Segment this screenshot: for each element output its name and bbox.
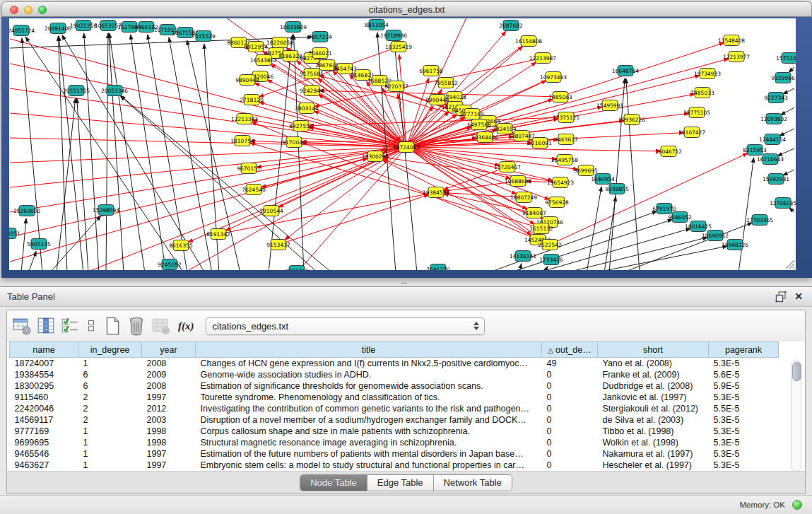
table-row[interactable]: 1938455462009Genome-wide association stu… <box>10 369 779 380</box>
graph-node[interactable]: 17375125 <box>553 112 579 123</box>
graph-node[interactable]: 15495991 <box>596 100 623 111</box>
graph-node[interactable]: 19654923 <box>547 177 574 188</box>
scrollbar-thumb[interactable] <box>792 362 801 381</box>
graph-node[interactable]: 7485033 <box>690 88 714 98</box>
row-options-icon[interactable] <box>83 316 99 336</box>
graph-node[interactable]: 3153051 <box>9 228 20 239</box>
graph-node[interactable]: 8186328 <box>278 51 302 62</box>
function-builder-icon[interactable]: f(x) <box>178 320 194 332</box>
graph-node[interactable]: 9170046 <box>282 137 306 148</box>
graph-node[interactable]: 8427552 <box>289 121 313 132</box>
tab-network-table[interactable]: Network Table <box>434 475 512 491</box>
graph-node[interactable]: 5905135 <box>27 239 51 250</box>
table-row[interactable]: 1456911722003Disruption of a novel membe… <box>10 414 779 426</box>
graph-node[interactable]: 10936226 <box>618 115 645 125</box>
graph-node[interactable]: 8813054 <box>365 20 389 30</box>
graph-node[interactable]: 26495758 <box>551 155 578 165</box>
graph-node[interactable]: 7857224 <box>308 32 332 42</box>
graph-node[interactable]: 8616355 <box>169 240 193 251</box>
column-header[interactable]: short <box>598 342 709 358</box>
graph-node[interactable]: 2687682 <box>499 21 523 31</box>
graph-node[interactable]: 6497568 <box>467 119 491 130</box>
table-row[interactable]: 1872400712008Changes of HCN gene express… <box>10 358 779 370</box>
graph-node[interactable]: 25260650 <box>13 206 40 216</box>
table-selector-dropdown[interactable]: citations_edges.txt <box>206 317 485 335</box>
graph-node[interactable]: 12213987 <box>529 53 556 64</box>
graph-node[interactable]: 19022258 <box>70 21 97 31</box>
graph-node[interactable]: 8220317 <box>384 81 408 92</box>
graph-node[interactable]: 9551212 <box>285 266 309 271</box>
graph-node[interactable]: 9153417 <box>266 240 290 250</box>
graph-node[interactable]: 10107427 <box>678 127 705 138</box>
float-panel-icon[interactable] <box>775 291 787 303</box>
column-header[interactable]: year <box>142 342 196 358</box>
graph-node[interactable]: 9756928 <box>545 197 569 208</box>
graph-node[interactable]: 9463627 <box>554 134 578 145</box>
column-header[interactable]: name <box>10 342 78 358</box>
graph-node[interactable]: 19734933 <box>694 69 721 79</box>
graph-node[interactable]: 8191342 <box>206 229 230 240</box>
table-row[interactable]: 2242004622012Investigating the contribut… <box>10 403 779 414</box>
graph-node[interactable]: 2803144 <box>295 103 319 114</box>
table-row[interactable]: 969969511998Structural magnetic resonanc… <box>10 437 779 448</box>
graph-node[interactable]: 9227343 <box>764 93 788 103</box>
vertical-scrollbar[interactable] <box>791 360 801 472</box>
graph-node[interactable]: 12706035 <box>770 198 796 209</box>
panel-drag-handle[interactable]: •• <box>401 282 411 286</box>
graph-node[interactable]: 20053346 <box>101 86 128 96</box>
table-row[interactable]: 977716911998Corpus callosum shape and si… <box>10 426 779 437</box>
graph-node[interactable]: 2522542 <box>538 240 562 250</box>
graph-node[interactable]: 9670157 <box>237 163 261 174</box>
graph-node[interactable]: 20691406 <box>45 23 71 34</box>
table-row[interactable]: 946554611997Estimation of the future num… <box>10 448 779 460</box>
column-header[interactable]: title <box>196 342 542 358</box>
graph-node[interactable]: 19218986 <box>380 30 407 41</box>
graph-node[interactable]: 7515529 <box>192 31 216 42</box>
graph-node[interactable]: 16948226 <box>722 240 748 250</box>
graph-node[interactable]: 7485063 <box>548 92 572 103</box>
tab-edge-table[interactable]: Edge Table <box>367 475 434 491</box>
graph-node[interactable]: 7955812 <box>434 78 458 88</box>
network-canvas[interactable]: 1872400788601238912954182260589827502818… <box>9 18 796 270</box>
graph-node[interactable]: 12093832 <box>760 114 787 124</box>
table-row[interactable]: 946362711997Embryonic stem cells: a mode… <box>10 460 779 471</box>
graph-node[interactable]: 12444154 <box>759 134 786 145</box>
graph-node[interactable]: 9329966 <box>771 73 795 83</box>
column-header[interactable]: pagerank <box>709 342 779 358</box>
column-visibility-icon[interactable] <box>35 316 57 336</box>
graph-node[interactable]: 9184067 <box>522 208 546 218</box>
graph-node[interactable]: 16033809 <box>280 22 307 33</box>
graph-node[interactable]: 20364486 <box>471 132 498 143</box>
graph-node[interactable]: 15751074 <box>776 53 796 64</box>
delete-column-icon[interactable] <box>126 316 147 336</box>
graph-node[interactable]: 19384554 <box>423 187 449 198</box>
graph-node[interactable]: 9338855 <box>605 184 629 194</box>
graph-node[interactable]: 16648784 <box>612 66 639 76</box>
graph-node[interactable]: 11548408 <box>718 35 745 46</box>
graph-node[interactable]: 10690952 <box>702 230 729 241</box>
column-header[interactable]: △out_de… <box>542 342 598 358</box>
graph-node[interactable]: 1640954 <box>591 174 615 185</box>
graph-node[interactable]: 15692931 <box>763 174 789 185</box>
graph-node[interactable]: 14136141 <box>510 251 536 262</box>
graph-node[interactable]: 15298594 <box>93 205 119 216</box>
graph-node[interactable]: 6961758 <box>419 66 443 76</box>
graph-node[interactable]: 7691770 <box>426 264 450 271</box>
graph-node[interactable]: 18226058 <box>266 37 293 48</box>
graph-node[interactable]: 1733426 <box>539 255 563 265</box>
graph-node[interactable]: 9046052 <box>668 212 692 223</box>
column-select-icon[interactable] <box>59 316 81 336</box>
close-panel-icon[interactable]: ✕ <box>794 291 803 302</box>
create-column-icon[interactable] <box>102 316 123 336</box>
graph-node[interactable]: 18807249 <box>510 192 537 203</box>
graph-node[interactable]: 10973493 <box>540 72 567 83</box>
graph-node[interactable]: 9245052 <box>158 259 182 270</box>
tab-node-table[interactable]: Node Table <box>300 475 367 491</box>
window-titlebar[interactable]: citations_edges.txt <box>1 1 812 17</box>
table-row[interactable]: 911546021997Tourette syndrome. Phenomeno… <box>10 392 779 403</box>
graph-node[interactable]: 2718120 <box>240 95 264 105</box>
memory-ok-indicator-icon[interactable] <box>792 500 802 510</box>
graph-node[interactable]: 18016425 <box>685 221 712 232</box>
graph-node[interactable]: 9175685 <box>300 69 324 79</box>
graph-node[interactable]: 24055724 <box>9 25 35 36</box>
